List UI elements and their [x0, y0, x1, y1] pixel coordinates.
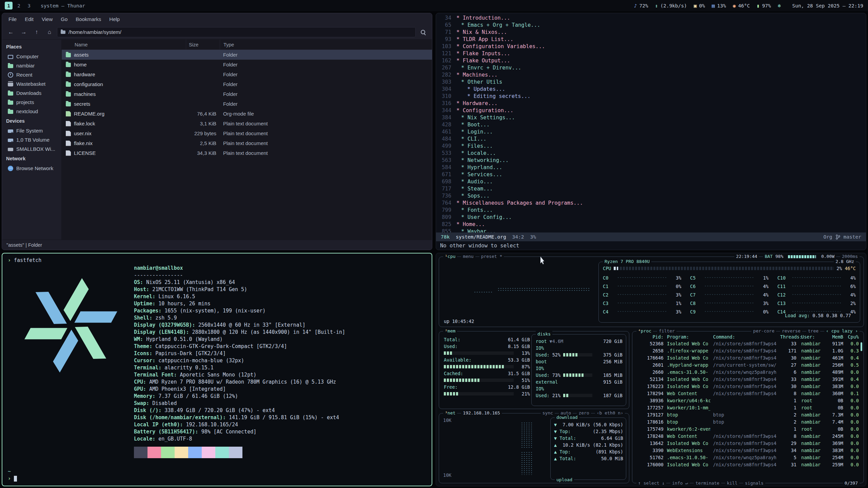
menu-item[interactable]: View [38, 15, 56, 23]
org-heading-line[interactable]: 736 * Sops... [436, 192, 866, 200]
process-row[interactable]: 179127 btop btop 2 nambiar 7.3M 0.0 [635, 411, 860, 419]
org-heading-line[interactable]: 34 * Introduction... [436, 15, 866, 22]
process-row[interactable]: 52134 Isolated Web Co /nix/store/sm8fnrf… [635, 376, 860, 383]
sidebar-item[interactable]: SMALLBOX Wi... [2, 144, 61, 154]
file-row[interactable]: assets Folder [62, 50, 432, 60]
sidebar-item[interactable]: Recent [2, 70, 61, 79]
proc-control-button[interactable]: reverse [780, 328, 802, 334]
file-row[interactable]: LICENSE 34,3 KiB Plain text document [62, 148, 432, 158]
proc-footer-button[interactable]: info ↵ [670, 480, 690, 486]
org-heading-line[interactable]: 310 * Editing secrets... [436, 93, 866, 100]
process-row[interactable]: 13642 Isolated Web Co /nix/store/sm8fnrf… [635, 440, 860, 447]
btop-preset-button[interactable]: preset * [479, 253, 504, 260]
file-row[interactable]: flake.lock 3,1 KiB Plain text document [62, 119, 432, 128]
process-row[interactable]: 51762 .emacs-31.0.50- /nix/store/wnqz5pa… [635, 454, 860, 461]
sidebar-item[interactable]: Wastebasket [2, 79, 61, 88]
org-heading-line[interactable]: 799 * Fonts... [436, 207, 866, 214]
forward-button[interactable]: → [18, 27, 29, 37]
column-header-type[interactable]: Type [220, 40, 432, 49]
workspace-button[interactable]: 1 [5, 2, 13, 9]
sidebar-item[interactable]: Computer [2, 52, 61, 61]
btop-menu-button[interactable]: menu [461, 253, 475, 260]
column-header-size[interactable]: Size [186, 40, 220, 49]
file-row[interactable]: secrets Folder [62, 99, 432, 109]
up-button[interactable]: ↑ [31, 27, 42, 37]
org-heading-line[interactable]: 671 * Services... [436, 171, 866, 178]
search-button[interactable] [418, 27, 429, 37]
org-heading-line[interactable]: 384 * Nix Settings... [436, 114, 866, 121]
process-row[interactable]: 175749 kworker/6:2-even 1 root 0B 0.0 [635, 426, 860, 433]
process-row[interactable]: 2601 .Hyprland-wrapp /run/current-system… [635, 362, 860, 369]
org-heading-line[interactable]: 484 * CLI... [436, 136, 866, 143]
org-heading-line[interactable]: 121 * Flake Inputs... [436, 50, 866, 57]
org-heading-line[interactable]: 316 * Hardware... [436, 100, 866, 107]
file-row[interactable]: flake.nix 2,5 KiB Plain text document [62, 138, 432, 148]
org-heading-line[interactable]: 93 * TLDR App List... [436, 36, 866, 43]
org-buffer[interactable]: 34 * Introduction... 65 * Emacs + Org + … [436, 13, 866, 232]
proc-footer-button[interactable]: signals [743, 480, 765, 486]
proc-footer-button[interactable]: ↑ select ↓ [636, 480, 666, 486]
org-heading-line[interactable]: 499 * Files... [436, 143, 866, 150]
org-heading-line[interactable]: 303 * Other Utils [436, 79, 866, 86]
sidebar-item[interactable]: projects [2, 98, 61, 107]
process-row[interactable]: 178616 btop btop 2 nambiar 7.4M 0.0 [635, 419, 860, 426]
org-heading-line[interactable]: 461 * Login... [436, 128, 866, 136]
org-heading-line[interactable]: 584 * Hyprland... [436, 164, 866, 171]
sidebar-item[interactable]: nambiar [2, 61, 61, 70]
menu-item[interactable]: Go [57, 15, 71, 23]
process-row[interactable]: 2660 .emacs-31.0.50- /nix/store/wnqz5pa8… [635, 369, 860, 376]
org-heading-line[interactable]: 282 * Machines... [436, 72, 866, 79]
org-heading-line[interactable]: 563 * Networking... [436, 157, 866, 164]
home-button[interactable]: ⌂ [44, 27, 55, 37]
file-row[interactable]: home Folder [62, 60, 432, 69]
org-heading-line[interactable]: 428 * Boot... [436, 121, 866, 128]
org-heading-line[interactable]: 698 * Audio... [436, 178, 866, 185]
process-row[interactable]: 176646 Isolated Web Co /nix/store/sm8fnr… [635, 354, 860, 362]
file-row[interactable]: README.org 76,4 KiB Org-mode file [62, 109, 432, 119]
process-row[interactable]: 3390 WebExtensions /nix/store/sm8fnrf3wp… [635, 447, 860, 454]
process-row[interactable]: 176000 Isolated Web Co /nix/store/sm8fnr… [635, 461, 860, 468]
org-heading-line[interactable]: 855 * Waybar... [436, 228, 866, 232]
menu-item[interactable]: Edit [21, 15, 37, 23]
process-row[interactable]: 178294 Web Content /nix/store/sm8fnrf3wp… [635, 390, 860, 397]
sidebar-item[interactable]: File System [2, 126, 61, 135]
file-row[interactable]: user.nix 229 bytes Plain text document [62, 128, 432, 138]
org-heading-line[interactable]: 344 * Configuration... [436, 107, 866, 114]
process-row[interactable]: 52368 Isolated Web Co /nix/store/sm8fnrf… [635, 340, 860, 347]
path-bar[interactable]: /home/nambiar/system/ [57, 27, 416, 37]
org-heading-line[interactable]: 103 * Configuration Variables... [436, 43, 866, 50]
sidebar-item[interactable]: 1,0 TB Volume [2, 135, 61, 144]
workspace-button[interactable]: 3 [25, 2, 33, 9]
workspace-button[interactable]: 2 [15, 2, 23, 9]
org-heading-line[interactable]: 717 * Steam... [436, 185, 866, 192]
org-heading-line[interactable]: 764 * Miscellaneous Packages and Program… [436, 200, 866, 207]
process-row[interactable]: 38936 kworker/u64:6-kc 1 root 0B 0.0 [635, 397, 860, 404]
sidebar-item[interactable]: Browse Network [2, 164, 61, 173]
proc-control-button[interactable]: tree [806, 328, 820, 334]
file-row[interactable]: configuration Folder [62, 79, 432, 89]
proc-scrollbar[interactable] [861, 342, 862, 351]
column-header-name[interactable]: Name [62, 42, 186, 47]
process-row[interactable]: 2658 .firefox-wrappe /nix/store/sm8fnrf3… [635, 347, 860, 354]
filter-button[interactable]: filter [657, 328, 676, 334]
file-row[interactable]: hardware Folder [62, 69, 432, 79]
org-heading-line[interactable]: 65 * Emacs + Org + Tangle... [436, 22, 866, 29]
process-row[interactable]: 176223 Isolated Web Co /nix/store/sm8fnr… [635, 383, 860, 390]
proc-footer-button[interactable]: kill [725, 480, 739, 486]
process-row[interactable]: 177257 kworker/10:1-mm_ 1 root 0B 0.0 [635, 404, 860, 411]
file-row[interactable]: machines Folder [62, 89, 432, 99]
sort-selector[interactable]: ‹ cpu lazy › [824, 328, 860, 334]
org-heading-line[interactable]: 304 * Updates... [436, 86, 866, 93]
org-heading-line[interactable]: 162 * Flake Output... [436, 57, 866, 64]
net-control-button[interactable]: sync [541, 410, 555, 416]
proc-control-button[interactable]: per-core [751, 328, 776, 334]
process-row[interactable]: 178248 Web Content /nix/store/sm8fnrf3wp… [635, 433, 860, 440]
org-heading-line[interactable]: 267 * Envrc + Direnv... [436, 64, 866, 72]
org-heading-line[interactable]: 825 * Home... [436, 221, 866, 228]
org-heading-line[interactable]: 71 * Nix & Nixos... [436, 29, 866, 36]
org-heading-line[interactable]: 533 * Locale... [436, 150, 866, 157]
sidebar-item[interactable]: nextcloud [2, 107, 61, 116]
back-button[interactable]: ← [5, 27, 16, 37]
org-heading-line[interactable]: 809 * User Config... [436, 214, 866, 221]
menu-item[interactable]: Help [105, 15, 123, 23]
